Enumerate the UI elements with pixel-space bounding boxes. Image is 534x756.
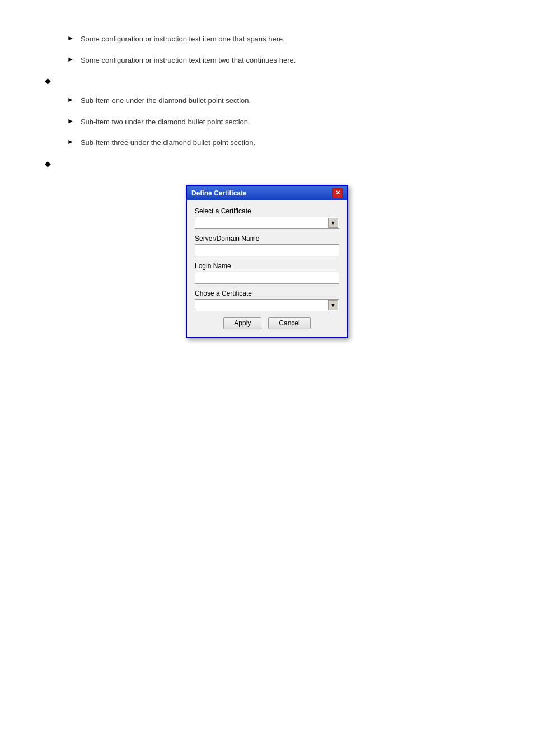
dialog-title: Define Certificate — [191, 189, 247, 197]
dialog-body: Select a Certificate ▼ Server/Domain Nam… — [187, 200, 347, 337]
arrow-icon: ► — [67, 55, 74, 63]
bullet-text: Some configuration or instruction text i… — [81, 55, 296, 66]
list-item: ► Sub-item two under the diamond bullet … — [67, 116, 489, 128]
list-item: ► Some configuration or instruction text… — [67, 55, 489, 66]
server-domain-field: Server/Domain Name — [195, 235, 339, 262]
dialog-area: Define Certificate ✕ Select a Certificat… — [45, 185, 489, 338]
cancel-button[interactable]: Cancel — [268, 317, 310, 329]
server-domain-label: Server/Domain Name — [195, 235, 339, 242]
top-bullets: ► Some configuration or instruction text… — [67, 34, 489, 66]
arrow-icon: ► — [67, 138, 74, 146]
arrow-icon: ► — [67, 34, 74, 42]
diamond-bullet-2: ◆ — [45, 158, 489, 168]
diamond-icon: ◆ — [45, 76, 51, 85]
close-button[interactable]: ✕ — [332, 188, 343, 198]
bullet-text: Sub-item two under the diamond bullet po… — [81, 116, 250, 128]
select-certificate-label: Select a Certificate — [195, 207, 339, 215]
select-certificate-wrapper: ▼ — [195, 217, 339, 229]
diamond-bullet-1: ◆ — [45, 76, 489, 85]
list-item: ► Sub-item three under the diamond bulle… — [67, 137, 489, 148]
bullet-text: Sub-item one under the diamond bullet po… — [81, 95, 251, 106]
apply-button[interactable]: Apply — [223, 317, 261, 329]
login-name-input[interactable] — [195, 272, 339, 284]
arrow-icon: ► — [67, 117, 74, 125]
sub-bullets-1: ► Sub-item one under the diamond bullet … — [67, 95, 489, 148]
server-domain-input[interactable] — [195, 244, 339, 256]
chose-certificate-wrapper: ▼ — [195, 299, 339, 311]
dialog-buttons: Apply Cancel — [195, 317, 339, 329]
bullet-text: Some configuration or instruction text i… — [81, 34, 285, 45]
list-item: ► Some configuration or instruction text… — [67, 34, 489, 45]
login-name-field: Login Name — [195, 262, 339, 290]
select-certificate-field: Select a Certificate ▼ — [195, 207, 339, 229]
chose-certificate-label: Chose a Certificate — [195, 290, 339, 297]
arrow-icon: ► — [67, 96, 74, 104]
login-name-label: Login Name — [195, 262, 339, 270]
select-certificate-input[interactable] — [195, 217, 339, 229]
chose-certificate-input[interactable] — [195, 299, 339, 311]
chose-certificate-field: Chose a Certificate ▼ — [195, 290, 339, 311]
bullet-text: Sub-item three under the diamond bullet … — [81, 137, 255, 148]
diamond-icon: ◆ — [45, 159, 51, 168]
dialog-titlebar: Define Certificate ✕ — [187, 186, 347, 200]
page-content: ► Some configuration or instruction text… — [0, 0, 534, 372]
define-certificate-dialog: Define Certificate ✕ Select a Certificat… — [186, 185, 348, 338]
list-item: ► Sub-item one under the diamond bullet … — [67, 95, 489, 106]
